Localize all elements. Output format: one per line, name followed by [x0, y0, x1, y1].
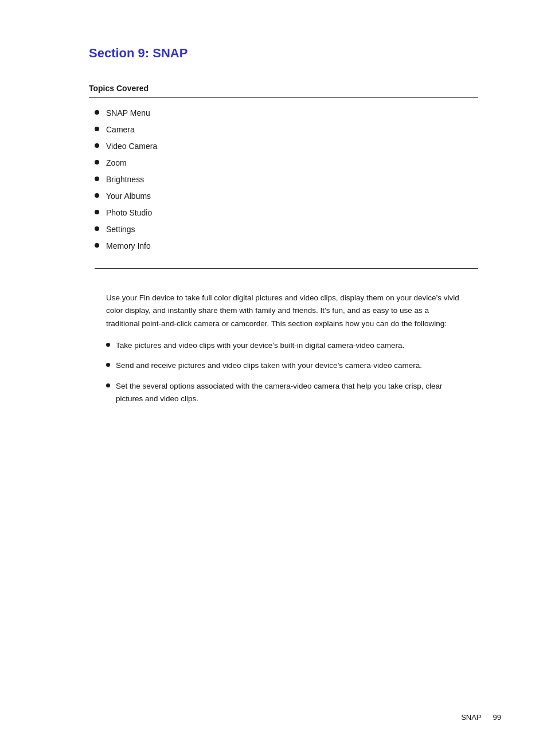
- list-item: Set the several options associated with …: [106, 380, 461, 405]
- footer-section-name: SNAP: [461, 713, 481, 722]
- list-item: Settings: [95, 224, 478, 236]
- feature-list: Take pictures and video clips with your …: [106, 339, 461, 405]
- topic-label: Video Camera: [106, 140, 157, 152]
- topic-label: Camera: [106, 124, 135, 136]
- topic-label: Memory Info: [106, 240, 151, 252]
- topic-label: Your Albums: [106, 190, 151, 202]
- bullet-icon: [106, 363, 110, 367]
- topics-section: Topics Covered SNAP MenuCameraVideo Came…: [89, 84, 478, 269]
- topic-label: Brightness: [106, 174, 144, 186]
- topic-label: Settings: [106, 224, 135, 236]
- bullet-icon: [95, 193, 99, 198]
- bullet-icon: [95, 110, 99, 115]
- topics-list: SNAP MenuCameraVideo CameraZoomBrightnes…: [95, 107, 478, 269]
- list-item: Zoom: [95, 157, 478, 169]
- page-footer: SNAP 99: [461, 713, 501, 722]
- topic-label: SNAP Menu: [106, 107, 150, 119]
- feature-text: Take pictures and video clips with your …: [116, 339, 404, 352]
- topic-label: Zoom: [106, 157, 127, 169]
- bullet-icon: [95, 243, 99, 248]
- list-item: Memory Info: [95, 240, 478, 252]
- list-item: Your Albums: [95, 190, 478, 202]
- bullet-icon: [95, 226, 99, 231]
- bullet-icon: [106, 383, 110, 387]
- section-title: Section 9: SNAP: [89, 46, 478, 61]
- list-item: SNAP Menu: [95, 107, 478, 119]
- bullet-icon: [95, 127, 99, 131]
- list-item: Take pictures and video clips with your …: [106, 339, 461, 352]
- list-item: Camera: [95, 124, 478, 136]
- bullet-icon: [95, 143, 99, 148]
- bullet-icon: [95, 210, 99, 214]
- list-item: Brightness: [95, 174, 478, 186]
- feature-text: Send and receive pictures and video clip…: [116, 359, 422, 372]
- list-item: Video Camera: [95, 140, 478, 152]
- bullet-icon: [95, 160, 99, 164]
- bullet-icon: [95, 177, 99, 181]
- page: Section 9: SNAP Topics Covered SNAP Menu…: [0, 0, 547, 756]
- topic-label: Photo Studio: [106, 207, 152, 219]
- list-item: Photo Studio: [95, 207, 478, 219]
- footer-page-number: 99: [493, 713, 501, 722]
- list-item: Send and receive pictures and video clip…: [106, 359, 461, 372]
- topics-header: Topics Covered: [89, 84, 478, 98]
- feature-text: Set the several options associated with …: [116, 380, 461, 405]
- intro-paragraph: Use your Fin device to take full color d…: [106, 292, 461, 330]
- bullet-icon: [106, 343, 110, 347]
- intro-box: Use your Fin device to take full color d…: [89, 280, 478, 424]
